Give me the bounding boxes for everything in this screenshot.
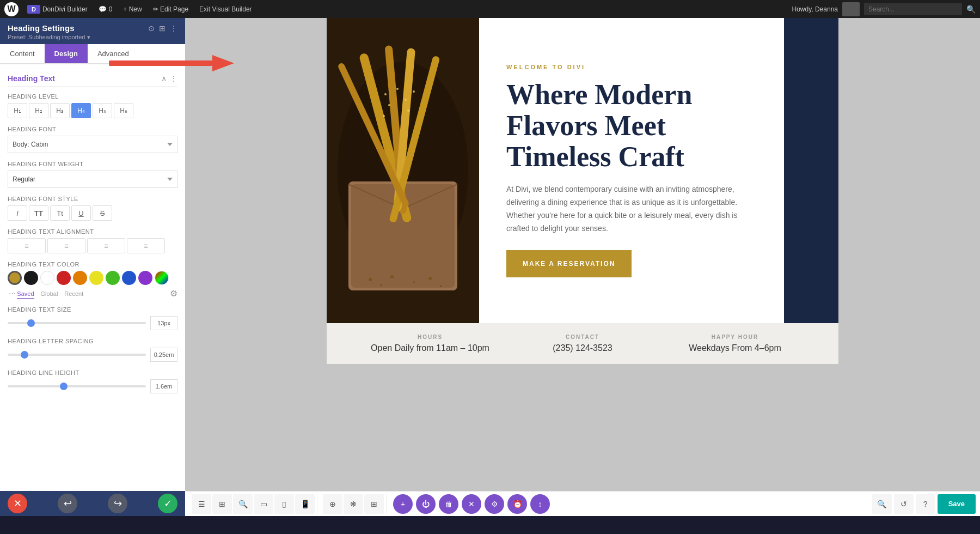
page-wrapper: WELCOME TO DIVI Where Modern Flavors Mee… (185, 18, 980, 491)
panel-confirm-btn[interactable]: ✓ (158, 494, 177, 513)
color-tab-global[interactable]: Global (41, 290, 58, 299)
toolbar-search-btn[interactable]: 🔍 (233, 494, 253, 514)
section-more-icon[interactable]: ⋮ (170, 74, 177, 83)
toolbar-mobile-btn[interactable]: 📱 (295, 494, 315, 514)
color-swatch-green[interactable] (106, 271, 120, 285)
cta-button[interactable]: MAKE A RESERVATION (506, 250, 632, 277)
color-swatch-gold[interactable] (8, 271, 22, 285)
panel-preset[interactable]: Preset: Subheading imported ▾ (8, 34, 177, 41)
comments-btn[interactable]: 💬 0 (96, 0, 115, 18)
svg-point-15 (388, 104, 390, 106)
toolbar-action-group: + ⏻ 🗑 ✕ ⚙ ⏰ ↕ (393, 494, 550, 514)
toolbar-star-btn[interactable]: ❋ (344, 494, 363, 514)
toolbar-modules-btn[interactable]: ⊞ (364, 494, 384, 514)
italic-btn[interactable]: I (8, 205, 27, 221)
color-swatch-blue[interactable] (122, 271, 136, 285)
toolbar-refresh-btn[interactable]: ↺ (894, 494, 914, 514)
color-swatch-black[interactable] (24, 271, 38, 285)
heading-levels: H₁ H₂ H₃ H₄ H₅ H₆ (8, 103, 177, 118)
divi-builder-btn[interactable]: D DonDivi Builder (25, 0, 90, 18)
h3-btn[interactable]: H₃ (50, 103, 70, 118)
section-collapse-icon[interactable]: ∧ (161, 74, 167, 83)
more-colors-btn[interactable]: ··· (8, 289, 17, 299)
new-btn[interactable]: + New (121, 0, 144, 18)
avatar (842, 2, 860, 16)
panel-icon-layout[interactable]: ⊞ (159, 24, 166, 33)
panel-bottom: ✕ ↩ ↪ ✓ (0, 491, 185, 516)
hero-image-col (327, 18, 479, 323)
panel-icon-focus[interactable]: ⊙ (148, 24, 155, 33)
toolbar-grid-btn[interactable]: ⊞ (212, 494, 232, 514)
toolbar-wires-btn[interactable]: ⊕ (323, 494, 342, 514)
uppercase-btn[interactable]: TT (29, 205, 48, 221)
edit-page-btn[interactable]: ✏ Edit Page (151, 0, 191, 18)
h5-btn[interactable]: H₅ (93, 103, 112, 118)
wp-logo[interactable]: W (4, 2, 19, 16)
svg-point-17 (396, 88, 399, 90)
heading-letter-spacing-slider[interactable] (8, 354, 146, 356)
exit-builder-btn[interactable]: Exit Visual Builder (197, 0, 254, 18)
color-tab-recent[interactable]: Recent (64, 290, 83, 299)
toolbar-clock-btn[interactable]: ⏰ (507, 494, 527, 514)
toolbar-zoom-btn[interactable]: 🔍 (872, 494, 892, 514)
heading-font-weight-select[interactable]: Regular (8, 171, 177, 188)
svg-point-20 (407, 110, 409, 112)
tab-design[interactable]: Design (45, 44, 88, 63)
panel-icon-more[interactable]: ⋮ (170, 24, 177, 33)
new-label: + New (123, 5, 142, 13)
info-hours-value: Open Daily from 11am – 10pm (354, 343, 506, 353)
color-swatch-red[interactable] (57, 271, 71, 285)
heading-size-slider[interactable] (8, 322, 146, 324)
save-button[interactable]: Save (938, 494, 976, 514)
heading-line-height-value[interactable]: 1.6em (150, 379, 177, 393)
align-right-btn[interactable]: ≡ (87, 238, 125, 253)
info-hours: HOURS Open Daily from 11am – 10pm (354, 334, 506, 353)
color-swatch-yellow[interactable] (89, 271, 103, 285)
toolbar-add-btn[interactable]: + (393, 494, 413, 514)
heading-letter-spacing-field: Heading Letter Spacing 0.25em (8, 338, 177, 362)
strikethrough-btn[interactable]: S (93, 205, 112, 221)
toolbar-settings-btn[interactable]: ⚙ (485, 494, 504, 514)
svg-point-23 (390, 275, 394, 278)
color-swatch-purple[interactable] (138, 271, 152, 285)
toolbar-close-btn[interactable]: ✕ (462, 494, 481, 514)
color-picker-btn[interactable] (155, 271, 169, 285)
align-left-btn[interactable]: ≡ (8, 238, 46, 253)
tab-content[interactable]: Content (0, 44, 45, 63)
h6-btn[interactable]: H₆ (114, 103, 133, 118)
h4-btn[interactable]: H₄ (71, 103, 91, 118)
align-justify-btn[interactable]: ≡ (127, 238, 165, 253)
align-center-btn[interactable]: ≡ (47, 238, 85, 253)
admin-search-icon[interactable]: 🔍 (966, 5, 976, 14)
toolbar-power-btn[interactable]: ⏻ (416, 494, 436, 514)
tab-advanced[interactable]: Advanced (88, 44, 139, 63)
panel-redo-btn[interactable]: ↪ (108, 494, 127, 513)
color-swatch-white[interactable] (40, 271, 54, 285)
toolbar-desktop-btn[interactable]: ▭ (254, 494, 273, 514)
color-swatch-orange[interactable] (73, 271, 87, 285)
color-tab-saved[interactable]: Saved (17, 290, 34, 299)
color-settings-btn[interactable]: ⚙ (170, 288, 177, 299)
heading-size-value[interactable]: 13px (150, 316, 177, 330)
svg-point-24 (413, 281, 415, 283)
info-happy-hour-label: HAPPY HOUR (659, 334, 811, 340)
panel-undo-btn[interactable]: ↩ (58, 494, 77, 513)
h2-btn[interactable]: H₂ (29, 103, 48, 118)
toolbar-help-btn[interactable]: ? (916, 494, 935, 514)
admin-search-input[interactable] (864, 3, 962, 15)
heading-line-height-slider[interactable] (8, 385, 146, 387)
toolbar-menu-btn[interactable]: ☰ (192, 494, 211, 514)
section-header: Heading Text ∧ ⋮ (8, 71, 177, 87)
toolbar-delete-btn[interactable]: 🗑 (439, 494, 458, 514)
heading-font-select[interactable]: Body: Cabin (8, 136, 177, 153)
info-happy-hour: HAPPY HOUR Weekdays From 4–6pm (659, 334, 811, 353)
panel-close-btn[interactable]: ✕ (8, 494, 27, 513)
info-contact-label: CONTACT (506, 334, 659, 340)
h1-btn[interactable]: H₁ (8, 103, 27, 118)
toolbar-tablet-btn[interactable]: ▯ (274, 494, 294, 514)
capitalize-btn[interactable]: Tt (50, 205, 70, 221)
underline-btn[interactable]: U (71, 205, 91, 221)
toolbar-resize-btn[interactable]: ↕ (530, 494, 550, 514)
heading-letter-spacing-value[interactable]: 0.25em (150, 348, 177, 362)
svg-point-14 (384, 93, 387, 95)
